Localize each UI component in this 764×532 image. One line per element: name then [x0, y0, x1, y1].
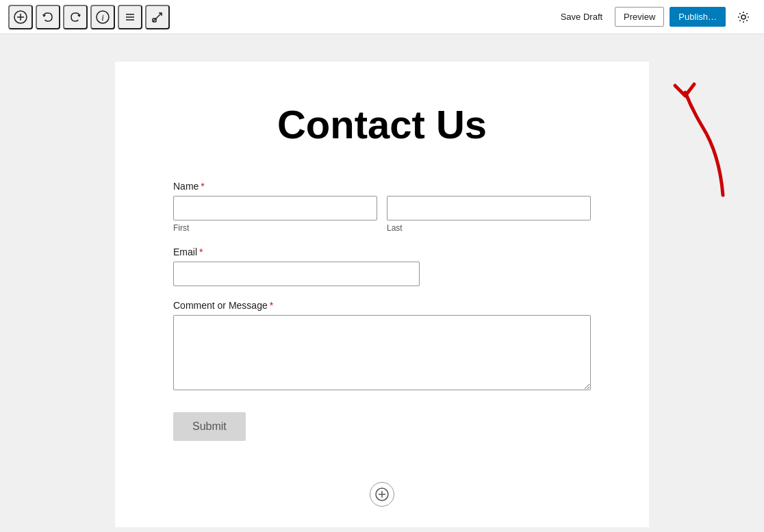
add-block-toolbar-button[interactable]: [8, 5, 33, 29]
email-input[interactable]: [173, 262, 420, 286]
info-button[interactable]: i: [90, 5, 115, 29]
message-form-group: Comment or Message*: [173, 300, 591, 393]
contact-form: Name* First Last Email*: [173, 181, 591, 441]
editor-area: Contact Us Name* First Last: [0, 34, 764, 532]
preview-button[interactable]: Preview: [615, 7, 664, 27]
editor-canvas: Contact Us Name* First Last: [115, 62, 649, 527]
submit-button[interactable]: Submit: [173, 412, 246, 441]
annotation-arrow: [654, 72, 743, 209]
first-name-col: First: [173, 196, 377, 233]
name-form-group: Name* First Last: [173, 181, 591, 233]
redo-button[interactable]: [63, 5, 88, 29]
add-block-button[interactable]: [370, 482, 394, 507]
name-row: First Last: [173, 196, 591, 233]
list-view-button[interactable]: [118, 5, 142, 29]
page-title: Contact Us: [142, 103, 622, 147]
first-name-input[interactable]: [173, 196, 377, 220]
svg-text:i: i: [101, 12, 104, 23]
message-label: Comment or Message*: [173, 300, 591, 311]
svg-point-10: [741, 15, 746, 19]
last-name-col: Last: [387, 196, 591, 233]
settings-button[interactable]: [731, 5, 756, 29]
undo-button[interactable]: [36, 5, 60, 29]
email-required-star: *: [199, 246, 203, 257]
toolbar-right: Save Draft Preview Publish…: [554, 5, 756, 29]
svg-line-8: [153, 13, 162, 21]
save-draft-button[interactable]: Save Draft: [554, 8, 609, 26]
publish-button[interactable]: Publish…: [670, 7, 726, 27]
email-label: Email*: [173, 246, 591, 257]
name-required-star: *: [201, 181, 204, 192]
email-form-group: Email*: [173, 246, 591, 286]
message-textarea[interactable]: [173, 315, 591, 390]
name-label: Name*: [173, 181, 591, 192]
last-name-input[interactable]: [387, 196, 591, 220]
toolbar: i Save Draft Preview Publish…: [0, 0, 764, 34]
editor-tools-button[interactable]: [145, 5, 170, 29]
last-label: Last: [387, 223, 591, 233]
first-label: First: [173, 223, 377, 233]
message-required-star: *: [270, 300, 273, 311]
toolbar-left: i: [8, 5, 554, 29]
